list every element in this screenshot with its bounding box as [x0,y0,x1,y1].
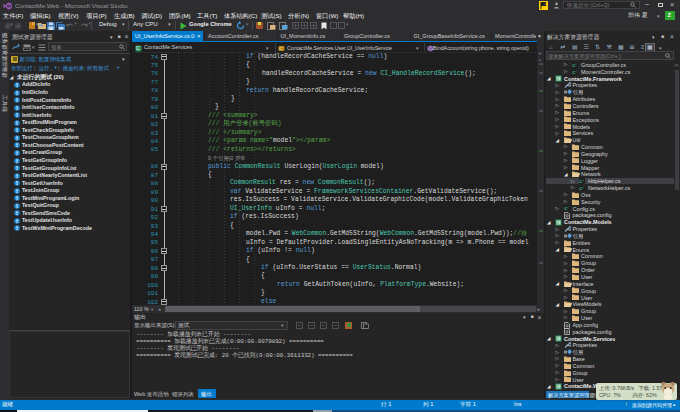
svg-text:#: # [575,63,577,67]
svg-text:C: C [557,77,560,81]
svg-text:#: # [582,186,584,190]
svg-text:C: C [557,385,560,389]
svg-text:C: C [557,337,560,341]
svg-text:C: C [136,45,140,51]
svg-text:#: # [575,70,577,74]
svg-text:C: C [279,46,282,51]
vs-ide: ContactMe.Web - Microsoft Visual Studio快… [0,0,680,412]
svg-text:#: # [567,206,569,210]
svg-text:C: C [557,221,560,225]
svg-text:#: # [582,179,584,183]
